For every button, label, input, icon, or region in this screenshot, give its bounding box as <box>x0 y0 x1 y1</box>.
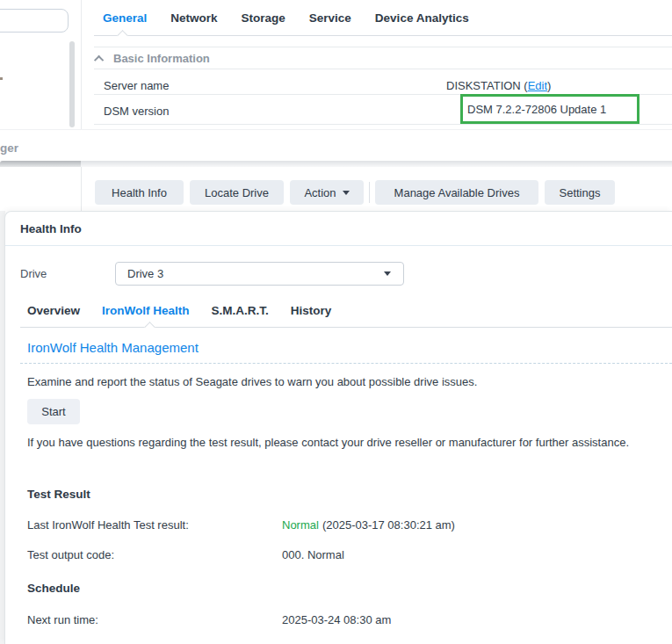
dialog-active-tab-notch <box>144 322 155 333</box>
window-top-edge-right <box>81 161 672 167</box>
partial-input-box[interactable] <box>0 9 69 33</box>
server-name-value: DISKSTATION (Edit) <box>446 79 551 92</box>
dialog-title: Health Info <box>20 222 82 235</box>
dropdown-caret-icon <box>343 191 350 195</box>
edge-mark <box>0 77 3 80</box>
tab-overview[interactable]: Overview <box>27 304 80 317</box>
note-text: If you have questions regarding the test… <box>27 432 661 452</box>
action-dropdown-button[interactable]: Action <box>290 180 364 205</box>
tab-ironwolf-health[interactable]: IronWolf Health <box>102 304 190 317</box>
tab-device-analytics[interactable]: Device Analytics <box>375 11 469 25</box>
dialog-header-separator <box>5 245 672 246</box>
next-run-value: 2025-03-24 08:30 am <box>282 613 391 626</box>
dsm-version-value: DSM 7.2.2-72806 Update 1 <box>467 103 606 116</box>
row-separator <box>94 47 672 47</box>
start-button[interactable]: Start <box>27 399 80 424</box>
tab-service[interactable]: Service <box>309 11 351 25</box>
tab-underline <box>94 35 672 36</box>
server-name-paren: ) <box>547 79 551 92</box>
dialog-tab-bar: Overview IronWolf Health S.M.A.R.T. Hist… <box>27 304 331 317</box>
locate-drive-button[interactable]: Locate Drive <box>190 180 284 205</box>
output-code-label: Test output code: <box>27 548 114 561</box>
health-info-dialog: Health Info Drive Drive 3 Overview IronW… <box>4 211 672 644</box>
last-test-timestamp: (2025-03-17 08:30:21 am) <box>322 518 455 532</box>
locate-drive-button-label: Locate Drive <box>205 186 269 199</box>
screenshot-stage: General Network Storage Service Device A… <box>0 0 672 644</box>
schedule-heading: Schedule <box>27 582 80 595</box>
select-caret-icon <box>384 271 391 276</box>
drive-select[interactable]: Drive 3 <box>115 262 404 286</box>
row-separator <box>94 69 672 69</box>
dialog-tab-underline <box>20 327 672 328</box>
status-normal: Normal <box>282 518 319 532</box>
drive-select-value: Drive 3 <box>127 267 163 280</box>
test-result-heading: Test Result <box>27 488 90 501</box>
dsm-version-label: DSM version <box>104 105 169 118</box>
panel-divider <box>81 167 82 211</box>
window-bottom-edge <box>0 129 672 130</box>
tab-general[interactable]: General <box>103 11 147 25</box>
collapse-chevron-icon <box>94 54 104 64</box>
tab-storage[interactable]: Storage <box>242 11 285 25</box>
section-title: Basic Information <box>113 52 210 65</box>
window-title-fragment: ger <box>0 141 18 155</box>
output-code-value: 000. Normal <box>282 548 344 561</box>
scrollbar-thumb[interactable] <box>69 41 75 127</box>
tab-history[interactable]: History <box>291 304 332 317</box>
edit-link[interactable]: Edit <box>528 79 547 92</box>
settings-button-label: Settings <box>560 186 601 199</box>
manage-drives-button-label: Manage Available Drives <box>394 186 520 199</box>
dsm-version-highlight-box: DSM 7.2.2-72806 Update 1 <box>460 94 639 124</box>
description-text: Examine and report the status of Seagate… <box>27 375 477 388</box>
last-test-label: Last IronWolf Health Test result: <box>27 518 189 532</box>
action-button-label: Action <box>304 186 336 199</box>
dashed-separator <box>20 363 672 364</box>
settings-button[interactable]: Settings <box>545 180 615 205</box>
active-tab-notch <box>117 30 128 41</box>
ironwolf-heading: IronWolf Health Management <box>27 340 199 355</box>
last-test-value: Normal(2025-03-17 08:30:21 am) <box>282 518 455 532</box>
toolbar-separator <box>369 182 370 203</box>
next-run-label: Next run time: <box>27 613 98 626</box>
window-top-edge-left <box>0 161 81 167</box>
row-separator <box>94 124 672 125</box>
tab-smart[interactable]: S.M.A.R.T. <box>212 304 269 317</box>
server-name-label: Server name <box>104 79 169 92</box>
tab-network[interactable]: Network <box>170 11 217 25</box>
manage-available-drives-button[interactable]: Manage Available Drives <box>375 180 538 205</box>
settings-tab-bar: General Network Storage Service Device A… <box>103 11 469 25</box>
server-name-text: DISKSTATION ( <box>446 79 528 92</box>
health-info-button[interactable]: Health Info <box>95 180 184 205</box>
vertical-divider <box>81 0 82 129</box>
basic-information-section-header[interactable]: Basic Information <box>97 52 210 65</box>
health-info-button-label: Health Info <box>112 186 167 199</box>
drive-label: Drive <box>20 267 47 280</box>
